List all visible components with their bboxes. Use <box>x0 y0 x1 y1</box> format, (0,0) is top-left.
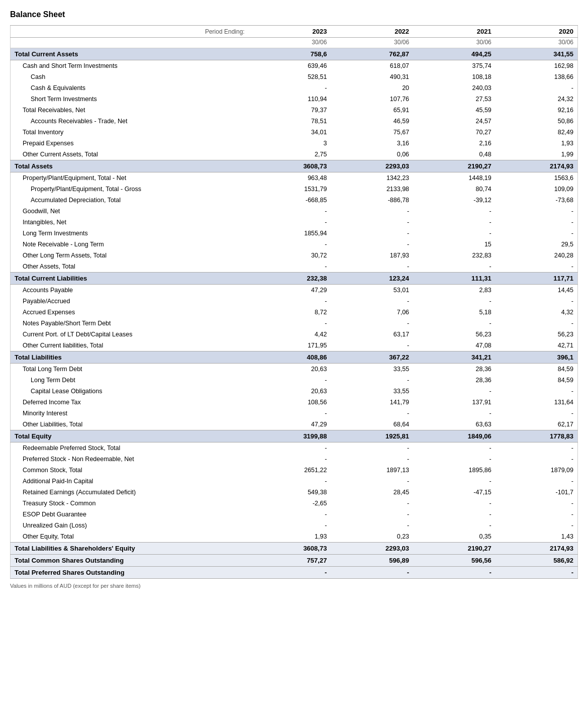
data-v2: 68,64 <box>331 419 413 430</box>
data-v2: 33,55 <box>331 364 413 375</box>
bold-v1: - <box>249 567 331 579</box>
table-row: Deferred Income Tax 108,56 141,79 137,91… <box>11 397 578 408</box>
section-v1: 3608,73 <box>249 160 331 172</box>
section-v2: 2293,03 <box>331 160 413 172</box>
data-v3: 108,18 <box>413 71 496 82</box>
data-v3: 375,74 <box>413 60 496 72</box>
data-v4: 4,32 <box>496 307 578 318</box>
data-v3: 0,48 <box>413 149 496 160</box>
data-v2: 33,55 <box>331 386 413 397</box>
data-v4: 84,59 <box>496 364 578 375</box>
data-v1: 20,63 <box>249 364 331 375</box>
data-label: Additional Paid-In Capital <box>11 476 249 487</box>
table-row: Other Assets, Total - - - - <box>11 261 578 273</box>
period-label-empty <box>11 38 249 48</box>
data-v1: - <box>249 206 331 217</box>
section-v3: 111,31 <box>413 273 496 285</box>
data-label: ESOP Debt Guarantee <box>11 509 249 520</box>
data-v2: 1342,23 <box>331 172 413 184</box>
header-date-row: 30/06 30/06 30/06 30/06 <box>11 38 578 48</box>
data-v3: 1895,86 <box>413 465 496 476</box>
data-v1: - <box>249 476 331 487</box>
bold-v3: 2190,27 <box>413 543 496 555</box>
data-v1: - <box>249 375 331 386</box>
data-label: Capital Lease Obligations <box>11 386 249 397</box>
data-v2: - <box>331 239 413 250</box>
data-v1: - <box>249 520 331 531</box>
data-label: Deferred Income Tax <box>11 397 249 408</box>
data-v1: - <box>249 217 331 228</box>
data-v4: 138,66 <box>496 71 578 82</box>
data-label: Other Current Assets, Total <box>11 149 249 160</box>
data-v1: - <box>249 261 331 273</box>
bold-v3: 596,56 <box>413 555 496 567</box>
data-v3: 24,57 <box>413 116 496 127</box>
table-row: Other Liabilities, Total 47,29 68,64 63,… <box>11 419 578 430</box>
data-v1: 47,29 <box>249 285 331 296</box>
data-v3: 70,27 <box>413 127 496 138</box>
data-v1: -668,85 <box>249 195 331 206</box>
data-v3: 15 <box>413 239 496 250</box>
section-v4: 1778,83 <box>496 430 578 442</box>
data-v1: - <box>249 296 331 307</box>
data-label: Total Receivables, Net <box>11 105 249 116</box>
data-v2: 0,23 <box>331 531 413 543</box>
data-v3: 1448,19 <box>413 172 496 184</box>
data-label: Treasury Stock - Common <box>11 498 249 509</box>
table-row: Short Term Investments 110,94 107,76 27,… <box>11 94 578 105</box>
data-v3: 2,16 <box>413 138 496 149</box>
bold-v4: 2174,93 <box>496 543 578 555</box>
section-row: Total Current Assets 758,6 762,87 494,25… <box>11 48 578 60</box>
table-row: Long Term Debt - - 28,36 84,59 <box>11 375 578 386</box>
bold-v1: 3608,73 <box>249 543 331 555</box>
data-v1: 47,29 <box>249 419 331 430</box>
section-v1: 3199,88 <box>249 430 331 442</box>
data-v4: 1,99 <box>496 149 578 160</box>
data-v4: - <box>496 228 578 239</box>
data-v2: 1897,13 <box>331 465 413 476</box>
data-label: Prepaid Expenses <box>11 138 249 149</box>
data-label: Other Long Term Assets, Total <box>11 250 249 261</box>
section-row: Total Assets 3608,73 2293,03 2190,27 217… <box>11 160 578 172</box>
data-label: Other Equity, Total <box>11 531 249 543</box>
bold-v2: 596,89 <box>331 555 413 567</box>
footnote: Values in millions of AUD (except for pe… <box>10 583 578 589</box>
table-row: Note Receivable - Long Term - - 15 29,5 <box>11 239 578 250</box>
table-row: Additional Paid-In Capital - - - - <box>11 476 578 487</box>
data-v4: -73,68 <box>496 195 578 206</box>
col2-date: 30/06 <box>331 38 413 48</box>
data-v1: 108,56 <box>249 397 331 408</box>
col1-date: 30/06 <box>249 38 331 48</box>
data-v3: 0,35 <box>413 531 496 543</box>
bold-label: Total Liabilities & Shareholders' Equity <box>11 543 249 555</box>
data-v4: 14,45 <box>496 285 578 296</box>
data-v1: 2,75 <box>249 149 331 160</box>
data-v3: 2,83 <box>413 285 496 296</box>
data-v4: 84,59 <box>496 375 578 386</box>
data-v1: 3 <box>249 138 331 149</box>
data-v1: 528,51 <box>249 71 331 82</box>
data-label: Unrealized Gain (Loss) <box>11 520 249 531</box>
section-v3: 494,25 <box>413 48 496 60</box>
data-label: Preferred Stock - Non Redeemable, Net <box>11 454 249 465</box>
data-v1: - <box>249 442 331 454</box>
data-v4: 29,5 <box>496 239 578 250</box>
table-row: Intangibles, Net - - - - <box>11 217 578 228</box>
data-label: Accounts Payable <box>11 285 249 296</box>
data-v1: 963,48 <box>249 172 331 184</box>
data-label: Other Current liabilities, Total <box>11 340 249 351</box>
data-v4: - <box>496 520 578 531</box>
data-v2: 0,06 <box>331 149 413 160</box>
data-label: Property/Plant/Equipment, Total - Gross <box>11 184 249 195</box>
section-row: Total Equity 3199,88 1925,81 1849,06 177… <box>11 430 578 442</box>
bold-v4: 586,92 <box>496 555 578 567</box>
section-label: Total Liabilities <box>11 351 249 364</box>
table-row: Other Current liabilities, Total 171,95 … <box>11 340 578 351</box>
section-v1: 758,6 <box>249 48 331 60</box>
table-row: Preferred Stock - Non Redeemable, Net - … <box>11 454 578 465</box>
data-label: Redeemable Preferred Stock, Total <box>11 442 249 454</box>
data-v2: 46,59 <box>331 116 413 127</box>
section-v4: 396,1 <box>496 351 578 364</box>
data-v3: - <box>413 318 496 329</box>
table-row: Cash & Equivalents - 20 240,03 - <box>11 82 578 94</box>
